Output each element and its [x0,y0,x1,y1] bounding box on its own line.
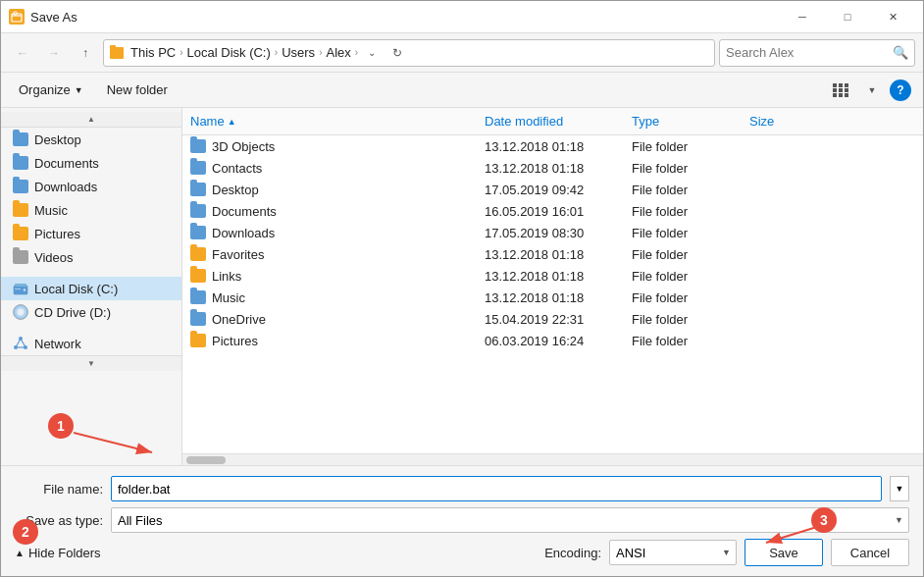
file-row-desktop[interactable]: Desktop 17.05.2019 09:42 File folder [182,179,923,200]
back-button[interactable]: ← [9,39,36,67]
sidebar-videos-label: Videos [34,250,74,265]
maximize-button[interactable]: □ [825,1,870,33]
sidebar-network-label: Network [34,337,81,351]
videos-folder-icon [13,249,28,265]
save-button[interactable]: Save [744,539,823,566]
address-sep-4: › [355,47,358,58]
address-path-alex: Alex [326,45,350,60]
new-folder-button[interactable]: New folder [101,79,174,100]
sidebar-pictures-label: Pictures [34,227,80,241]
encoding-section: Encoding: ANSI UTF-8 Unicode ▼ Save Canc… [544,539,909,566]
cd-drive-icon [13,304,28,320]
horizontal-scrollbar[interactable] [182,453,923,465]
sidebar-item-cd-drive[interactable]: CD Drive (D:) [1,300,181,324]
view-dropdown-button[interactable]: ▼ [858,77,886,104]
network-icon [13,336,28,351]
horiz-scroll-thumb[interactable] [186,456,226,464]
bottom-form: File name: ▼ Save as type: All Files Tex… [1,465,923,576]
column-date-header[interactable]: Date modified [485,114,632,129]
file-row-links[interactable]: Links 13.12.2018 01:18 File folder [182,265,923,287]
file-row-favorites[interactable]: Favorites 13.12.2018 01:18 File folder [182,243,923,265]
sidebar-downloads-label: Downloads [34,180,97,194]
sidebar-item-desktop[interactable]: Desktop [1,128,181,151]
search-input[interactable] [726,45,893,60]
address-folder-icon [110,47,124,59]
hide-folders-button[interactable]: ▲ Hide Folders [15,546,101,560]
address-sep-2: › [275,47,278,58]
column-size-header[interactable]: Size [749,114,915,129]
window-controls: ─ □ ✕ [780,1,915,33]
file-folder-icon [190,247,206,261]
file-folder-icon [190,226,206,239]
svg-line-18 [16,339,21,347]
search-box[interactable]: 🔍 [719,39,915,67]
sub-toolbar: Organize ▼ New folder ▼ ? [1,73,923,108]
sidebar-item-downloads[interactable]: Downloads [1,175,181,198]
file-row-contacts-date: 13.12.2018 01:18 [485,161,632,176]
file-folder-icon [190,139,206,153]
sidebar-item-local-disk[interactable]: Local Disk (C:) [1,277,181,300]
sidebar-divider-2 [1,324,181,332]
address-sep-3: › [319,47,322,58]
window-icon [9,9,25,25]
file-row-onedrive-date: 15.04.2019 22:31 [485,312,632,327]
sidebar-item-videos[interactable]: Videos [1,245,181,269]
file-name-input[interactable] [111,476,882,501]
file-row-downloads-name: Downloads [190,226,485,240]
cancel-button[interactable]: Cancel [831,539,909,566]
file-row-pictures-name: Pictures [190,334,485,348]
address-sep-1: › [180,47,182,58]
refresh-button[interactable]: ↻ [385,41,409,65]
file-row-contacts[interactable]: Contacts 13.12.2018 01:18 File folder [182,157,923,179]
sidebar-documents-label: Documents [34,156,99,171]
sidebar-music-label: Music [34,203,68,218]
help-button[interactable]: ? [890,79,911,101]
save-type-select[interactable]: All Files Text Files (*.txt) Batch Files… [111,507,909,533]
main-area: ▲ Desktop Documents [1,108,923,465]
file-row-downloads[interactable]: Downloads 17.05.2019 08:30 File folder [182,222,923,243]
title-bar: Save As ─ □ ✕ [1,1,923,33]
address-path-thispc: This PC [130,45,176,60]
svg-rect-5 [833,88,837,92]
documents-folder-icon [13,155,28,171]
file-row-downloads-date: 17.05.2019 08:30 [485,226,632,240]
pictures-folder-icon [13,226,28,241]
sidebar-scroll-down[interactable]: ▼ [1,355,181,371]
forward-button[interactable]: → [40,39,68,67]
organize-button[interactable]: Organize ▼ [13,79,89,100]
file-name-dropdown-btn[interactable]: ▼ [890,476,909,501]
file-folder-icon [190,161,206,175]
address-dropdown-btn[interactable]: ⌄ [362,47,382,58]
file-row-onedrive[interactable]: OneDrive 15.04.2019 22:31 File folder [182,308,923,330]
view-button[interactable] [827,77,854,104]
column-name-header[interactable]: Name ▲ [190,114,485,129]
sidebar-content: Desktop Documents Downloads [1,128,181,355]
file-row-3dobjects[interactable]: 3D Objects 13.12.2018 01:18 File folder [182,135,923,157]
music-folder-icon [13,202,28,218]
file-row-music[interactable]: Music 13.12.2018 01:18 File folder [182,287,923,308]
sidebar-item-network[interactable]: Network [1,332,181,355]
action-buttons: Save Cancel [744,539,909,566]
address-toolbar: ← → ↑ This PC › Local Disk (C:) › Users … [1,33,923,73]
file-row-documents-name: Documents [190,204,485,219]
file-row-documents[interactable]: Documents 16.05.2019 16:01 File folder [182,200,923,222]
file-row-pictures-date: 06.03.2019 16:24 [485,334,632,348]
file-row-3dobjects-type: File folder [632,139,749,154]
sort-arrow-icon: ▲ [228,117,236,127]
sidebar-scroll-up[interactable]: ▲ [1,112,181,128]
file-row-favorites-date: 13.12.2018 01:18 [485,247,632,262]
sidebar-item-music[interactable]: Music [1,198,181,222]
up-button[interactable]: ↑ [72,39,99,67]
sidebar: ▲ Desktop Documents [1,108,182,465]
column-type-header[interactable]: Type [632,114,749,129]
address-bar[interactable]: This PC › Local Disk (C:) › Users › Alex… [103,39,715,67]
file-row-pictures[interactable]: Pictures 06.03.2019 16:24 File folder [182,330,923,351]
sidebar-item-documents[interactable]: Documents [1,151,181,175]
close-button[interactable]: ✕ [870,1,915,33]
save-as-dialog: Save As ─ □ ✕ ← → ↑ This PC › Local Disk… [0,0,924,577]
minimize-button[interactable]: ─ [780,1,825,33]
encoding-select[interactable]: ANSI UTF-8 Unicode [609,540,737,565]
file-folder-icon [190,290,206,304]
sidebar-item-pictures[interactable]: Pictures [1,222,181,245]
save-type-label: Save as type: [15,513,103,528]
